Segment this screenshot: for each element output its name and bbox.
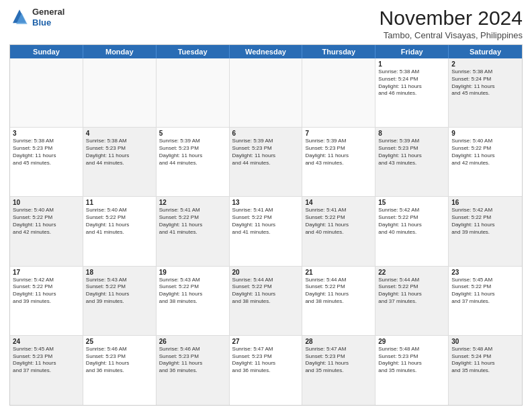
day-info: Sunrise: 5:47 AM Sunset: 5:23 PM Dayligh… (305, 346, 372, 375)
day-cell-30: 30Sunrise: 5:48 AM Sunset: 5:24 PM Dayli… (449, 336, 522, 405)
day-info: Sunrise: 5:48 AM Sunset: 5:23 PM Dayligh… (378, 346, 445, 375)
day-cell-20: 20Sunrise: 5:44 AM Sunset: 5:22 PM Dayli… (230, 267, 303, 335)
day-info: Sunrise: 5:42 AM Sunset: 5:22 PM Dayligh… (378, 207, 445, 236)
day-info: Sunrise: 5:39 AM Sunset: 5:23 PM Dayligh… (378, 138, 445, 167)
day-cell-6: 6Sunrise: 5:39 AM Sunset: 5:23 PM Daylig… (230, 128, 303, 196)
day-number: 26 (159, 338, 226, 345)
logo-blue: Blue (32, 17, 64, 28)
empty-cell (157, 58, 230, 127)
logo-general: General (32, 7, 64, 17)
day-info: Sunrise: 5:39 AM Sunset: 5:23 PM Dayligh… (305, 138, 372, 167)
col-header-wednesday: Wednesday (230, 45, 303, 58)
empty-cell (230, 58, 303, 127)
day-info: Sunrise: 5:41 AM Sunset: 5:22 PM Dayligh… (305, 207, 372, 236)
calendar: SundayMondayTuesdayWednesdayThursdayFrid… (9, 44, 523, 406)
day-cell-11: 11Sunrise: 5:40 AM Sunset: 5:22 PM Dayli… (83, 197, 157, 265)
day-number: 13 (232, 199, 300, 206)
calendar-row-2: 10Sunrise: 5:40 AM Sunset: 5:22 PM Dayli… (10, 197, 522, 266)
day-number: 5 (159, 130, 226, 137)
day-cell-4: 4Sunrise: 5:38 AM Sunset: 5:23 PM Daylig… (83, 128, 157, 196)
location: Tambo, Central Visayas, Philippines (380, 30, 523, 40)
calendar-header: SundayMondayTuesdayWednesdayThursdayFrid… (10, 45, 522, 58)
day-number: 10 (13, 199, 80, 206)
day-info: Sunrise: 5:45 AM Sunset: 5:22 PM Dayligh… (451, 277, 519, 306)
calendar-row-1: 3Sunrise: 5:38 AM Sunset: 5:23 PM Daylig… (10, 128, 522, 197)
logo-icon (9, 7, 30, 28)
col-header-saturday: Saturday (449, 45, 522, 58)
day-info: Sunrise: 5:38 AM Sunset: 5:23 PM Dayligh… (86, 138, 153, 167)
day-info: Sunrise: 5:45 AM Sunset: 5:23 PM Dayligh… (13, 346, 80, 375)
day-number: 8 (378, 130, 445, 137)
day-cell-9: 9Sunrise: 5:40 AM Sunset: 5:22 PM Daylig… (449, 128, 522, 196)
day-info: Sunrise: 5:42 AM Sunset: 5:22 PM Dayligh… (13, 277, 80, 306)
day-cell-1: 1Sunrise: 5:38 AM Sunset: 5:24 PM Daylig… (375, 58, 449, 127)
day-info: Sunrise: 5:46 AM Sunset: 5:23 PM Dayligh… (86, 346, 153, 375)
day-info: Sunrise: 5:42 AM Sunset: 5:22 PM Dayligh… (451, 207, 519, 236)
logo-text: General Blue (32, 7, 64, 28)
day-cell-15: 15Sunrise: 5:42 AM Sunset: 5:22 PM Dayli… (375, 197, 449, 265)
day-cell-10: 10Sunrise: 5:40 AM Sunset: 5:22 PM Dayli… (10, 197, 83, 265)
day-info: Sunrise: 5:43 AM Sunset: 5:22 PM Dayligh… (159, 277, 226, 306)
day-cell-7: 7Sunrise: 5:39 AM Sunset: 5:23 PM Daylig… (302, 128, 375, 196)
day-number: 23 (451, 269, 519, 276)
empty-cell (302, 58, 375, 127)
day-info: Sunrise: 5:44 AM Sunset: 5:22 PM Dayligh… (232, 277, 300, 306)
day-cell-19: 19Sunrise: 5:43 AM Sunset: 5:22 PM Dayli… (157, 267, 230, 335)
day-cell-14: 14Sunrise: 5:41 AM Sunset: 5:22 PM Dayli… (302, 197, 375, 265)
day-cell-2: 2Sunrise: 5:38 AM Sunset: 5:24 PM Daylig… (449, 58, 522, 127)
day-cell-16: 16Sunrise: 5:42 AM Sunset: 5:22 PM Dayli… (449, 197, 522, 265)
day-info: Sunrise: 5:38 AM Sunset: 5:24 PM Dayligh… (451, 68, 519, 97)
day-number: 2 (451, 60, 519, 68)
logo: General Blue (9, 7, 64, 28)
day-cell-8: 8Sunrise: 5:39 AM Sunset: 5:23 PM Daylig… (375, 128, 449, 196)
day-number: 7 (305, 130, 372, 137)
month-title: November 2024 (380, 7, 523, 29)
day-info: Sunrise: 5:47 AM Sunset: 5:23 PM Dayligh… (232, 346, 300, 375)
day-cell-25: 25Sunrise: 5:46 AM Sunset: 5:23 PM Dayli… (83, 336, 157, 405)
empty-cell (83, 58, 157, 127)
calendar-row-0: 1Sunrise: 5:38 AM Sunset: 5:24 PM Daylig… (10, 58, 522, 128)
day-cell-26: 26Sunrise: 5:46 AM Sunset: 5:23 PM Dayli… (157, 336, 230, 405)
day-number: 30 (451, 338, 519, 345)
day-info: Sunrise: 5:43 AM Sunset: 5:22 PM Dayligh… (86, 277, 153, 306)
calendar-body: 1Sunrise: 5:38 AM Sunset: 5:24 PM Daylig… (10, 58, 522, 405)
day-number: 12 (159, 199, 226, 206)
day-number: 4 (86, 130, 153, 137)
day-number: 11 (86, 199, 153, 206)
day-number: 17 (13, 269, 80, 276)
day-info: Sunrise: 5:38 AM Sunset: 5:24 PM Dayligh… (378, 68, 445, 97)
day-number: 27 (232, 338, 300, 345)
day-info: Sunrise: 5:38 AM Sunset: 5:23 PM Dayligh… (13, 138, 80, 167)
day-number: 21 (305, 269, 372, 276)
col-header-tuesday: Tuesday (157, 45, 230, 58)
day-cell-29: 29Sunrise: 5:48 AM Sunset: 5:23 PM Dayli… (375, 336, 449, 405)
day-info: Sunrise: 5:44 AM Sunset: 5:22 PM Dayligh… (378, 277, 445, 306)
day-number: 6 (232, 130, 300, 137)
day-info: Sunrise: 5:39 AM Sunset: 5:23 PM Dayligh… (232, 138, 300, 167)
day-info: Sunrise: 5:40 AM Sunset: 5:22 PM Dayligh… (86, 207, 153, 236)
day-cell-13: 13Sunrise: 5:41 AM Sunset: 5:22 PM Dayli… (230, 197, 303, 265)
day-cell-23: 23Sunrise: 5:45 AM Sunset: 5:22 PM Dayli… (449, 267, 522, 335)
col-header-monday: Monday (83, 45, 157, 58)
col-header-thursday: Thursday (302, 45, 375, 58)
day-info: Sunrise: 5:44 AM Sunset: 5:22 PM Dayligh… (305, 277, 372, 306)
day-number: 1 (378, 60, 445, 68)
day-info: Sunrise: 5:40 AM Sunset: 5:22 PM Dayligh… (13, 207, 80, 236)
day-info: Sunrise: 5:41 AM Sunset: 5:22 PM Dayligh… (159, 207, 226, 236)
header: General Blue November 2024 Tambo, Centra… (9, 7, 523, 40)
day-info: Sunrise: 5:39 AM Sunset: 5:23 PM Dayligh… (159, 138, 226, 167)
day-number: 14 (305, 199, 372, 206)
day-cell-3: 3Sunrise: 5:38 AM Sunset: 5:23 PM Daylig… (10, 128, 83, 196)
day-info: Sunrise: 5:46 AM Sunset: 5:23 PM Dayligh… (159, 346, 226, 375)
day-cell-22: 22Sunrise: 5:44 AM Sunset: 5:22 PM Dayli… (375, 267, 449, 335)
day-cell-5: 5Sunrise: 5:39 AM Sunset: 5:23 PM Daylig… (157, 128, 230, 196)
day-number: 28 (305, 338, 372, 345)
day-cell-21: 21Sunrise: 5:44 AM Sunset: 5:22 PM Dayli… (302, 267, 375, 335)
day-number: 3 (13, 130, 80, 137)
day-cell-17: 17Sunrise: 5:42 AM Sunset: 5:22 PM Dayli… (10, 267, 83, 335)
day-number: 24 (13, 338, 80, 345)
day-info: Sunrise: 5:40 AM Sunset: 5:22 PM Dayligh… (451, 138, 519, 167)
day-cell-28: 28Sunrise: 5:47 AM Sunset: 5:23 PM Dayli… (302, 336, 375, 405)
day-number: 18 (86, 269, 153, 276)
day-number: 16 (451, 199, 519, 206)
